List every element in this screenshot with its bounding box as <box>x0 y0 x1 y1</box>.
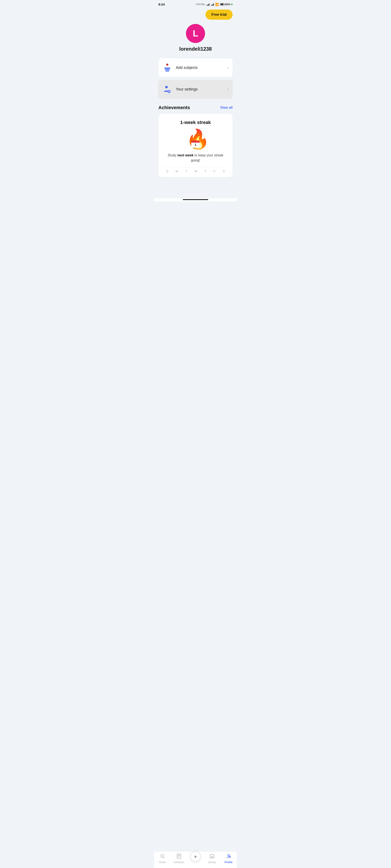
svg-rect-3 <box>165 69 170 70</box>
svg-rect-11 <box>167 91 168 92</box>
weekday-t2: T <box>205 169 207 173</box>
add-subjects-card[interactable]: Add subjects › <box>158 58 233 77</box>
signal-bars-2 <box>211 3 214 6</box>
network-speed: 0.00 KB/s <box>196 3 205 5</box>
home-indicator-bar <box>154 198 237 201</box>
menu-cards: Add subjects › <box>158 58 233 98</box>
streak-flame-container: 🔥 1 <box>186 129 205 149</box>
svg-point-8 <box>169 91 170 92</box>
svg-rect-4 <box>166 70 169 72</box>
your-settings-left: Your settings <box>162 84 198 94</box>
streak-desc-part1: Study <box>168 153 177 157</box>
home-bar <box>183 199 208 200</box>
free-trial-container: Free trial <box>158 9 233 20</box>
battery-container: 95% <box>220 3 233 6</box>
wifi-icon: 📶 <box>215 3 219 6</box>
status-bar: 9:24 0.00 KB/s 📶 95% <box>154 0 237 7</box>
your-settings-icon <box>162 84 172 94</box>
achievements-section: Achievements View all 1-week streak 🔥 1 … <box>158 105 233 177</box>
calendar-badge: 1 <box>191 141 200 148</box>
calendar-red-bar <box>191 141 200 143</box>
status-time: 9:24 <box>158 3 165 6</box>
streak-desc-bold: next week <box>177 153 193 157</box>
view-all-button[interactable]: View all <box>220 106 233 110</box>
main-content: Free trial L lorendeli1238 <box>154 7 237 198</box>
avatar-letter: L <box>193 28 198 38</box>
svg-rect-2 <box>164 68 170 69</box>
weekday-row: S M T W T F S <box>162 167 229 173</box>
weekday-s2: S <box>223 169 224 173</box>
svg-rect-9 <box>169 90 169 91</box>
svg-point-1 <box>167 64 168 65</box>
add-subjects-chevron: › <box>228 65 229 70</box>
battery-fill <box>220 4 223 5</box>
status-icons: 0.00 KB/s 📶 95% <box>196 3 233 6</box>
weekday-m: M <box>176 169 178 173</box>
calendar-number: 1 <box>194 143 197 146</box>
add-subjects-label: Add subjects <box>176 65 198 70</box>
svg-point-5 <box>165 86 168 88</box>
streak-desc-part2: to keep your streak going! <box>191 153 223 162</box>
avatar: L <box>186 24 205 43</box>
free-trial-button[interactable]: Free trial <box>206 9 233 20</box>
add-subjects-left: Add subjects <box>162 63 198 73</box>
weekday-f: F <box>214 169 216 173</box>
svg-rect-12 <box>170 91 171 92</box>
achievements-header: Achievements View all <box>158 105 233 111</box>
achievement-card: 1-week streak 🔥 1 Study next week to kee… <box>158 114 233 177</box>
signal-bars-1 <box>206 3 210 6</box>
streak-description: Study next week to keep your streak goin… <box>162 153 229 163</box>
green-dot <box>231 4 233 5</box>
streak-title: 1-week streak <box>162 120 229 125</box>
add-subjects-icon <box>162 63 172 73</box>
profile-section: L lorendeli1238 <box>158 24 233 52</box>
weekday-s1: S <box>166 169 168 173</box>
weekday-t1: T <box>185 169 187 173</box>
your-settings-card[interactable]: Your settings › <box>158 80 233 98</box>
username: lorendeli1238 <box>179 46 212 52</box>
achievements-title: Achievements <box>158 105 190 111</box>
battery-percent: 95% <box>225 3 231 6</box>
battery-icon <box>220 3 225 5</box>
weekday-w: W <box>194 169 197 173</box>
your-settings-label: Your settings <box>176 87 198 92</box>
svg-rect-10 <box>169 93 169 93</box>
your-settings-chevron: › <box>228 87 229 92</box>
phone-frame: 9:24 0.00 KB/s 📶 95% Free trial <box>154 0 237 201</box>
